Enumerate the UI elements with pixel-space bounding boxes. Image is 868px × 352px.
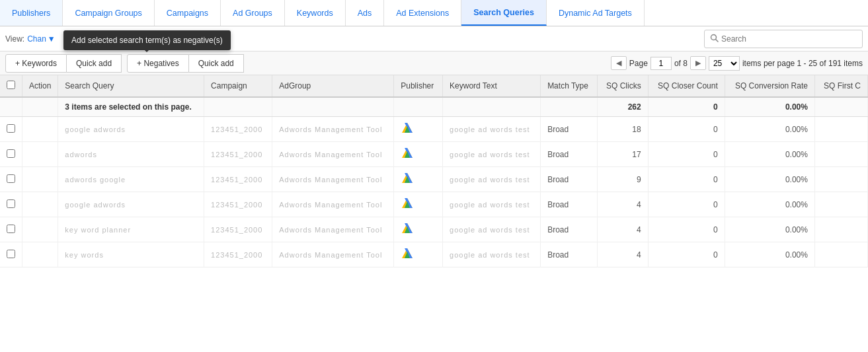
tab-publishers[interactable]: Publishers [0,0,63,26]
summary-sq-conv: 0.00% [725,97,814,117]
row5-campaign: 123451_2000 [204,217,272,242]
keywords-button[interactable]: + Keywords [5,54,67,73]
row1-match: Broad [541,117,598,142]
top-navigation: Publishers Campaign Groups Campaigns Ad … [0,0,868,26]
row1-campaign: 123451_2000 [204,117,272,142]
row5-match: Broad [541,217,598,242]
row2-campaign: 123451_2000 [204,142,272,167]
table-row: adwords google 123451_2000 Adwords Manag… [0,167,868,192]
row3-sq-closer: 0 [648,167,725,192]
data-table: Action Search Query Campaign AdGroup Pub… [0,75,868,267]
row1-keyword: google ad words test [443,117,541,142]
search-icon [710,34,719,44]
row5-adgroup: Adwords Management Tool [272,217,394,242]
per-page-select[interactable]: 25 50 100 [709,56,740,71]
col-sq-closer: SQ Closer Count [648,75,725,97]
row6-match: Broad [541,242,598,267]
row2-sq-clicks: 17 [598,142,649,167]
negatives-button[interactable]: + Negatives [127,54,189,73]
row3-checkbox[interactable] [0,167,22,192]
row3-sq-first [814,167,867,192]
tab-campaigns[interactable]: Campaigns [155,0,221,26]
row4-checkbox[interactable] [0,192,22,217]
tab-campaign-groups[interactable]: Campaign Groups [63,0,154,26]
row2-sq-closer: 0 [648,142,725,167]
row6-publisher [394,242,443,267]
toolbar-row: View: Chan ▼ Add selected search term(s)… [0,26,868,52]
row4-sq-clicks: 4 [598,192,649,217]
row1-checkbox[interactable] [0,117,22,142]
tab-dynamic-ad-targets[interactable]: Dynamic Ad Targets [547,0,645,26]
search-box[interactable] [704,30,863,48]
page-input[interactable] [651,57,672,70]
row4-keyword: google ad words test [443,192,541,217]
col-match-type: Match Type [541,75,598,97]
col-search-query: Search Query [58,75,204,97]
row6-checkbox[interactable] [0,242,22,267]
row4-match: Broad [541,192,598,217]
table-row: google adwords 123451_2000 Adwords Manag… [0,192,868,217]
col-keyword-text: Keyword Text [443,75,541,97]
select-all-header[interactable] [0,75,22,97]
total-pages: of 8 [674,59,688,68]
col-action: Action [22,75,58,97]
action-bar: + Keywords Quick add + Negatives Quick a… [0,52,868,75]
tab-ad-groups[interactable]: Ad Groups [221,0,285,26]
col-adgroup: AdGroup [272,75,394,97]
table-row: adwords 123451_2000 Adwords Management T… [0,142,868,167]
row5-action [22,217,58,242]
quick-add-1-button[interactable]: Quick add [67,54,122,73]
row2-match: Broad [541,142,598,167]
summary-sq-closer: 0 [648,97,725,117]
table-row: key word planner 123451_2000 Adwords Man… [0,217,868,242]
tab-ads[interactable]: Ads [346,0,385,26]
search-input[interactable] [721,34,857,44]
page-next-button[interactable]: ▶ [690,56,706,70]
row5-sq: key word planner [58,217,204,242]
row1-sq-clicks: 18 [598,117,649,142]
col-sq-first-c: SQ First C [814,75,867,97]
row2-sq: adwords [58,142,204,167]
negatives-action-group: + Negatives Quick add [127,54,244,73]
row1-sq-first [814,117,867,142]
tab-ad-extensions[interactable]: Ad Extensions [384,0,461,26]
summary-label: 3 items are selected on this page. [58,97,204,117]
row4-sq: google adwords [58,192,204,217]
page-label: Page [629,59,648,68]
row1-sq: google adwords [58,117,204,142]
keywords-action-group: + Keywords Quick add [5,54,122,73]
svg-line-1 [716,39,719,42]
row2-checkbox[interactable] [0,142,22,167]
row6-adgroup: Adwords Management Tool [272,242,394,267]
summary-checkbox-cell [0,97,22,117]
row1-sq-closer: 0 [648,117,725,142]
view-value: Chan [27,34,46,44]
select-all-checkbox[interactable] [7,81,15,89]
view-dropdown[interactable]: Chan ▼ [27,34,56,44]
pagination: ◀ Page of 8 ▶ 25 50 100 items per page 1… [611,56,863,71]
chevron-down-icon: ▼ [48,34,56,44]
tab-keywords[interactable]: Keywords [285,0,346,26]
row6-keyword: google ad words test [443,242,541,267]
row6-campaign: 123451_2000 [204,242,272,267]
row4-sq-closer: 0 [648,192,725,217]
row3-sq: adwords google [58,167,204,192]
col-sq-clicks: SQ Clicks [598,75,649,97]
row1-action [22,117,58,142]
tab-search-queries[interactable]: Search Queries [461,0,547,26]
row2-keyword: google ad words test [443,142,541,167]
page-prev-button[interactable]: ◀ [611,56,627,70]
tooltip-text: Add selected search term(s) as negative(… [71,36,223,45]
summary-sq-first [814,97,867,117]
row5-sq-first [814,217,867,242]
row5-checkbox[interactable] [0,217,22,242]
row6-sq-closer: 0 [648,242,725,267]
row1-adgroup: Adwords Management Tool [272,117,394,142]
summary-publisher [394,97,443,117]
row2-publisher [394,142,443,167]
row4-adgroup: Adwords Management Tool [272,192,394,217]
row4-sq-first [814,192,867,217]
row1-publisher [394,117,443,142]
quick-add-2-button[interactable]: Quick add [189,54,244,73]
summary-campaign [204,97,272,117]
